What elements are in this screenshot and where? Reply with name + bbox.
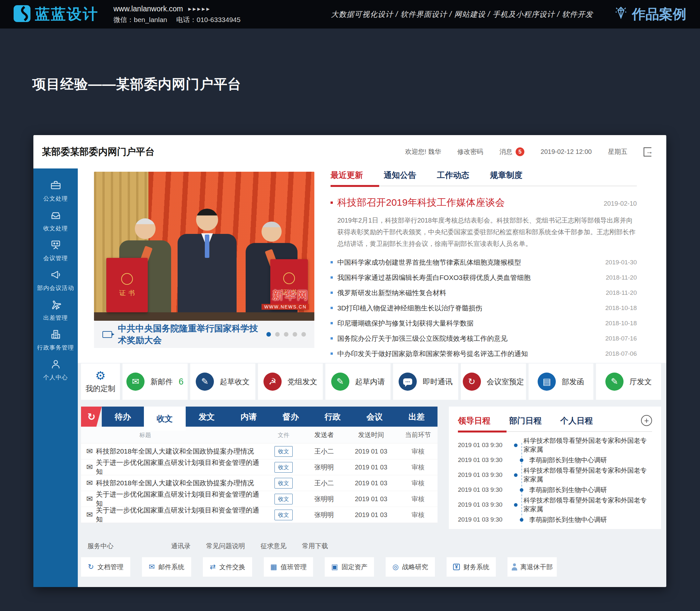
schedule-item[interactable]: 2019 01 03 9:30 李萌副部长到生物中心调研: [458, 482, 652, 497]
portal-header: 某部委某部委内网门户平台 欢迎您! 魏华 修改密码 消息 5 2019-02-1…: [33, 135, 666, 168]
quick-action-new-mail[interactable]: ✉ 新邮件 6: [122, 363, 188, 400]
app-file-exchange[interactable]: ⇄ 文件交换: [203, 557, 252, 577]
app-retired-cadres[interactable]: 离退休干部: [508, 557, 557, 577]
quick-action-draft-incoming[interactable]: ✎ 起草收文: [190, 363, 256, 400]
news-list-item[interactable]: 中办印发关于做好国家勋章和国家荣誉称号提名评选工作的通知 2018-07-06: [331, 346, 637, 361]
carousel-dot[interactable]: [302, 332, 306, 337]
site-url[interactable]: www.lanlanwork.com: [113, 4, 183, 13]
app-finance-system[interactable]: ¥ 财务系统: [447, 557, 496, 577]
gear-icon: ⚙: [95, 370, 106, 382]
quick-action-draft-internal[interactable]: ✎ 起草内请: [325, 363, 391, 400]
link-downloads[interactable]: 常用下载: [302, 542, 328, 550]
logout-icon[interactable]: [644, 147, 652, 157]
tab-leader-schedule[interactable]: 领导日程: [458, 415, 490, 426]
sidebar-item-business-trips[interactable]: 出差管理: [33, 299, 78, 322]
tab-work-trends[interactable]: 工作动态: [437, 170, 469, 180]
quick-action-ministry-letters[interactable]: ▤ 部发函: [528, 363, 594, 400]
tab-incoming[interactable]: 收文: [144, 406, 186, 431]
quick-action-party-documents[interactable]: ☭ 党组发文: [258, 363, 323, 400]
timeline-dot-icon: [520, 488, 523, 492]
table-row[interactable]: ✉ 关于进一步优化国家重点研发计划项目和资金管理的通知 收文 张明明 2019 …: [81, 459, 437, 475]
booking-icon: ↻: [463, 373, 481, 391]
app-fixed-assets[interactable]: ▣ 固定资产: [325, 557, 374, 577]
mail-icon: ✉: [126, 373, 145, 391]
app-document-management[interactable]: ↻ 文档管理: [81, 557, 130, 577]
tab-recent-updates[interactable]: 最近更新: [331, 170, 363, 180]
carousel-dot[interactable]: [266, 332, 271, 337]
app-mail-system[interactable]: ✉ 邮件系统: [142, 557, 191, 577]
logo-text: 蓝蓝设计: [35, 4, 99, 24]
page-root: 蓝蓝设计 www.lanlanwork.com ▶▶▶▶▶ 微信：ben_lan…: [0, 0, 700, 611]
news-list-item[interactable]: 中国科学家成功创建世界首批生物节律紊乱体细胞克隆猴模型 2019-01-30: [331, 255, 637, 270]
table-row[interactable]: ✉ 关于进一步优化国家重点研发计划项目和资金管理的通知 收文 张明明 2019 …: [81, 507, 437, 523]
app-duty-management[interactable]: ▦ 值班管理: [264, 557, 313, 577]
tab-administration[interactable]: 行政: [312, 406, 354, 427]
gem-sketch-icon: [614, 5, 628, 23]
timeline-dot-icon: [514, 503, 517, 507]
sidebar-item-document-processing[interactable]: 公文处理: [33, 179, 78, 203]
tab-meetings[interactable]: 会议: [353, 406, 396, 427]
portfolio-label: 作品案例: [632, 5, 686, 23]
quick-action-meeting-room-booking[interactable]: ↻ 会议室预定: [461, 363, 526, 400]
app-strategy-research[interactable]: ◎ 战略研究: [385, 557, 435, 577]
change-password-link[interactable]: 修改密码: [457, 147, 483, 156]
featured-news-title[interactable]: 科技部召开2019年科技工作媒体座谈会: [337, 196, 599, 209]
news-list-item[interactable]: 我国科学家通过基因编辑长寿蛋白FOXO3获得优质人类血管细胞 2018-11-2…: [331, 270, 637, 285]
news-list-item[interactable]: 印尼珊瑚礁保护与修复计划获得大量科学数据 2018-10-18: [331, 315, 637, 331]
inbox-icon: [50, 209, 61, 222]
quick-action-instant-messaging[interactable]: ••• 即时通讯: [393, 363, 458, 400]
tab-internal-request[interactable]: 内请: [228, 406, 270, 427]
link-feedback[interactable]: 征求意见: [261, 542, 287, 550]
add-schedule-button[interactable]: +: [641, 415, 652, 426]
tab-regulations[interactable]: 规章制度: [490, 170, 522, 180]
carousel-dot[interactable]: [284, 332, 289, 337]
tab-todo[interactable]: 待办: [102, 406, 144, 427]
tab-notices[interactable]: 通知公告: [384, 170, 416, 180]
tab-supervision[interactable]: 督办: [269, 406, 312, 427]
tab-department-schedule[interactable]: 部门日程: [509, 415, 541, 426]
carousel-dot[interactable]: [293, 332, 297, 337]
sidebar-item-incoming-docs[interactable]: 收文处理: [33, 209, 78, 232]
message-count-badge: 5: [515, 147, 524, 156]
quick-action-my-customization[interactable]: ⚙ 我的定制: [81, 363, 120, 400]
sidebar-item-personal-center[interactable]: 个人中心: [33, 358, 78, 381]
news-list-item[interactable]: 俄罗斯研发出新型纳米磁性复合材料 2018-11-20: [331, 285, 637, 300]
brand-contact: www.lanlanwork.com ▶▶▶▶▶ 微信：ben_lanlan 电…: [113, 4, 240, 24]
carousel-caption[interactable]: 中共中央国务院隆重举行国家科学技术奖励大会: [118, 323, 261, 346]
bullet-icon: [331, 337, 333, 340]
tab-business-trip[interactable]: 出差: [396, 406, 438, 427]
messages-link[interactable]: 消息 5: [499, 147, 524, 156]
carousel-photo[interactable]: 证书 证书 新华网 WWW.NEWS.CN: [94, 172, 315, 321]
news-list-item[interactable]: 国务院办公厅关于加强三级公立医院绩效考核工作的意见 2018-07-16: [331, 331, 637, 346]
tab-outgoing[interactable]: 发文: [186, 406, 228, 427]
new-mail-count: 6: [178, 377, 184, 387]
brand[interactable]: 蓝蓝设计: [14, 4, 99, 24]
link-service-center[interactable]: 服务中心: [87, 542, 113, 550]
table-row[interactable]: ✉ 关于进一步优化国家重点研发计划项目和资金管理的通知 收文 张明明 2019 …: [81, 491, 437, 507]
sidebar-item-internal-meetings[interactable]: 部内会议活动: [33, 269, 78, 292]
sidebar-item-admin-affairs[interactable]: 行政事务管理: [33, 328, 78, 352]
carousel-dot[interactable]: [275, 332, 280, 337]
quick-action-office-documents[interactable]: ✎ 厅发文: [596, 363, 661, 400]
building-icon: [50, 328, 61, 341]
table-row[interactable]: ✉ 科技部2018年全国人大建议和全国政协提案办理情况 收文 王小二 2019 …: [81, 444, 437, 459]
bullet-icon: [331, 202, 333, 204]
sidebar-item-label: 会议管理: [43, 254, 68, 262]
link-faq[interactable]: 常见问题说明: [206, 542, 245, 550]
schedule-item[interactable]: 2019 01 03 9:30 科学技术部领导看望外国老专家和外国老专家家属: [458, 438, 652, 452]
portfolio-link[interactable]: 作品案例: [614, 5, 686, 23]
letter-doc-icon: ▤: [538, 373, 556, 391]
featured-news-date: 2019-02-10: [604, 200, 637, 207]
sidebar-item-label: 公文处理: [43, 195, 68, 203]
timeline-dot-icon: [520, 518, 523, 522]
schedule-item[interactable]: 2019 01 03 9:30 科学技术部领导看望外国老专家和外国老专家家属: [458, 467, 652, 482]
sidebar-item-meeting-management[interactable]: 会议管理: [33, 239, 78, 262]
table-row[interactable]: ✉ 科技部2018年全国人大建议和全国政协提案办理情况 收文 王小二 2019 …: [81, 475, 437, 491]
schedule-item[interactable]: 2019 01 03 9:30 科学技术部领导看望外国老专家和外国老专家家属: [458, 497, 652, 512]
news-list-item[interactable]: 3D打印植入物促进神经细胞生长以治疗脊髓损伤 2018-10-18: [331, 300, 637, 315]
schedule-item[interactable]: 2019 01 03 9:30 李萌副部长到生物中心调研: [458, 512, 652, 527]
link-contacts[interactable]: 通讯录: [171, 542, 191, 550]
refresh-icon[interactable]: ↻: [81, 406, 102, 427]
tab-personal-schedule[interactable]: 个人日程: [560, 415, 593, 426]
schedule-item[interactable]: 2019 01 03 9:30 李萌副部长到生物中心调研: [458, 452, 652, 467]
